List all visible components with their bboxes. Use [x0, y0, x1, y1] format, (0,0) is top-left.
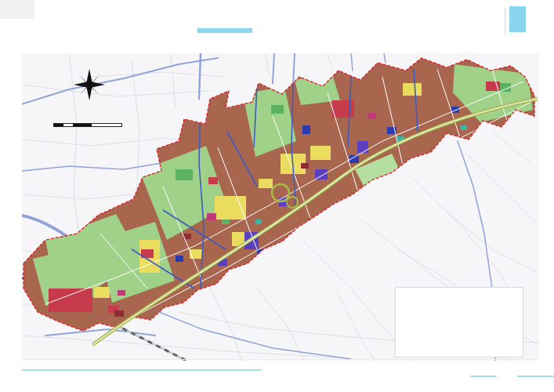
land-use-map [22, 53, 539, 361]
scale-upper-labels [53, 119, 132, 123]
scan-artifact [0, 0, 34, 19]
footer-rule-right-1 [470, 376, 497, 377]
scale-bar [53, 119, 132, 132]
legend-columns [396, 289, 523, 291]
footer-rule-right-2 [517, 376, 554, 377]
map-bottom-rule [22, 359, 539, 360]
atlas-page [0, 0, 554, 392]
scale-lower-labels [53, 127, 132, 132]
seal-color-block [509, 6, 526, 32]
seal-text [505, 8, 508, 34]
legend [395, 287, 523, 358]
header-accent-bar [197, 28, 252, 33]
footer-rule-left [22, 369, 261, 371]
